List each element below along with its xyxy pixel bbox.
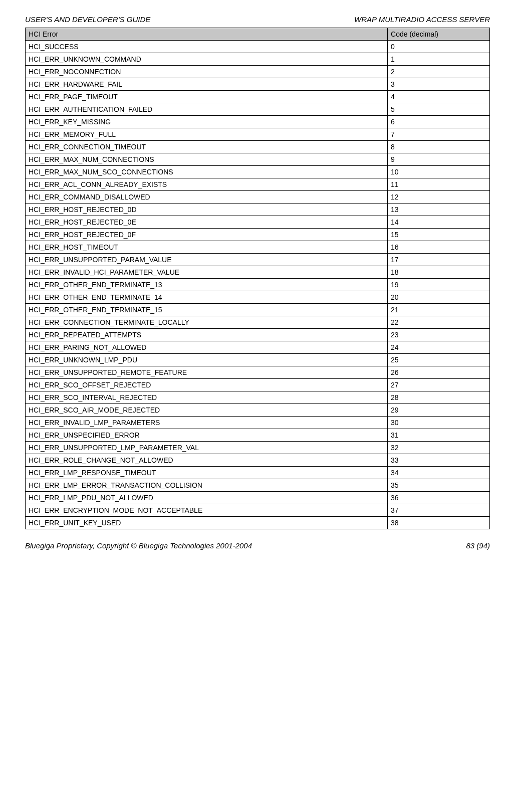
cell-code: 11: [388, 178, 490, 191]
cell-code: 30: [388, 417, 490, 429]
table-row: HCI_ERR_HARDWARE_FAIL3: [26, 78, 490, 91]
cell-error: HCI_ERR_MEMORY_FULL: [26, 128, 388, 141]
col-header-code: Code (decimal): [388, 28, 490, 41]
cell-code: 12: [388, 191, 490, 204]
cell-error: HCI_ERR_HOST_REJECTED_0F: [26, 229, 388, 241]
cell-error: HCI_ERR_UNSUPPORTED_LMP_PARAMETER_VAL: [26, 442, 388, 454]
cell-error: HCI_ERR_NOCONNECTION: [26, 66, 388, 78]
table-row: HCI_ERR_HOST_TIMEOUT16: [26, 241, 490, 254]
cell-error: HCI_ERR_AUTHENTICATION_FAILED: [26, 103, 388, 116]
cell-code: 13: [388, 204, 490, 216]
cell-error: HCI_ERR_LMP_PDU_NOT_ALLOWED: [26, 492, 388, 504]
table-row: HCI_ERR_SCO_AIR_MODE_REJECTED29: [26, 404, 490, 417]
cell-code: 34: [388, 467, 490, 479]
table-row: HCI_ERR_UNIT_KEY_USED38: [26, 517, 490, 529]
cell-code: 1: [388, 53, 490, 66]
cell-error: HCI_ERR_HARDWARE_FAIL: [26, 78, 388, 91]
cell-code: 21: [388, 304, 490, 316]
cell-error: HCI_ERR_INVALID_HCI_PARAMETER_VALUE: [26, 266, 388, 279]
cell-code: 15: [388, 229, 490, 241]
footer-right: 83 (94): [466, 541, 490, 550]
table-row: HCI_ERR_HOST_REJECTED_0D13: [26, 204, 490, 216]
cell-code: 33: [388, 454, 490, 467]
cell-error: HCI_ERR_UNKNOWN_COMMAND: [26, 53, 388, 66]
table-header-row: HCI Error Code (decimal): [26, 28, 490, 41]
cell-error: HCI_ERR_LMP_ERROR_TRANSACTION_COLLISION: [26, 479, 388, 492]
table-row: HCI_ERR_SCO_INTERVAL_REJECTED28: [26, 391, 490, 404]
cell-error: HCI_ERR_LMP_RESPONSE_TIMEOUT: [26, 467, 388, 479]
table-row: HCI_ERR_HOST_REJECTED_0F15: [26, 229, 490, 241]
cell-code: 38: [388, 517, 490, 529]
page-header: USER'S AND DEVELOPER'S GUIDE WRAP MULTIR…: [25, 15, 490, 24]
table-row: HCI_ERR_MEMORY_FULL7: [26, 128, 490, 141]
cell-code: 14: [388, 216, 490, 229]
cell-code: 9: [388, 153, 490, 166]
cell-code: 35: [388, 479, 490, 492]
cell-error: HCI_ERR_REPEATED_ATTEMPTS: [26, 329, 388, 341]
cell-error: HCI_ERR_PARING_NOT_ALLOWED: [26, 341, 388, 354]
cell-code: 18: [388, 266, 490, 279]
cell-code: 31: [388, 429, 490, 442]
cell-code: 20: [388, 291, 490, 304]
table-row: HCI_ERR_KEY_MISSING6: [26, 116, 490, 128]
cell-error: HCI_ERR_ENCRYPTION_MODE_NOT_ACCEPTABLE: [26, 504, 388, 517]
table-row: HCI_ERR_AUTHENTICATION_FAILED5: [26, 103, 490, 116]
cell-error: HCI_SUCCESS: [26, 41, 388, 53]
cell-error: HCI_ERR_OTHER_END_TERMINATE_14: [26, 291, 388, 304]
table-row: HCI_ERR_CONNECTION_TERMINATE_LOCALLY22: [26, 316, 490, 329]
cell-code: 0: [388, 41, 490, 53]
cell-code: 36: [388, 492, 490, 504]
cell-error: HCI_ERR_UNSUPPORTED_PARAM_VALUE: [26, 254, 388, 266]
cell-error: HCI_ERR_OTHER_END_TERMINATE_15: [26, 304, 388, 316]
cell-code: 10: [388, 166, 490, 178]
cell-error: HCI_ERR_INVALID_LMP_PARAMETERS: [26, 417, 388, 429]
cell-code: 2: [388, 66, 490, 78]
table-row: HCI_ERR_ACL_CONN_ALREADY_EXISTS11: [26, 178, 490, 191]
table-row: HCI_ERR_ENCRYPTION_MODE_NOT_ACCEPTABLE37: [26, 504, 490, 517]
cell-code: 25: [388, 354, 490, 366]
cell-error: HCI_ERR_HOST_REJECTED_0D: [26, 204, 388, 216]
table-row: HCI_ERR_NOCONNECTION2: [26, 66, 490, 78]
cell-error: HCI_ERR_UNKNOWN_LMP_PDU: [26, 354, 388, 366]
cell-error: HCI_ERR_HOST_REJECTED_0E: [26, 216, 388, 229]
hci-error-table: HCI Error Code (decimal) HCI_SUCCESS0HCI…: [25, 28, 490, 529]
table-row: HCI_ERR_INVALID_LMP_PARAMETERS30: [26, 417, 490, 429]
cell-error: HCI_ERR_OTHER_END_TERMINATE_13: [26, 279, 388, 291]
cell-code: 4: [388, 91, 490, 103]
cell-code: 32: [388, 442, 490, 454]
cell-error: HCI_ERR_UNSUPPORTED_REMOTE_FEATURE: [26, 366, 388, 379]
cell-error: HCI_ERR_COMMAND_DISALLOWED: [26, 191, 388, 204]
col-header-error: HCI Error: [26, 28, 388, 41]
cell-error: HCI_ERR_PAGE_TIMEOUT: [26, 91, 388, 103]
cell-error: HCI_ERR_MAX_NUM_SCO_CONNECTIONS: [26, 166, 388, 178]
table-row: HCI_ERR_UNSPECIFIED_ERROR31: [26, 429, 490, 442]
cell-code: 16: [388, 241, 490, 254]
cell-code: 8: [388, 141, 490, 153]
cell-error: HCI_ERR_KEY_MISSING: [26, 116, 388, 128]
table-row: HCI_SUCCESS0: [26, 41, 490, 53]
cell-code: 23: [388, 329, 490, 341]
table-row: HCI_ERR_CONNECTION_TIMEOUT8: [26, 141, 490, 153]
cell-error: HCI_ERR_SCO_AIR_MODE_REJECTED: [26, 404, 388, 417]
table-row: HCI_ERR_REPEATED_ATTEMPTS23: [26, 329, 490, 341]
cell-code: 27: [388, 379, 490, 391]
table-row: HCI_ERR_UNSUPPORTED_LMP_PARAMETER_VAL32: [26, 442, 490, 454]
table-row: HCI_ERR_INVALID_HCI_PARAMETER_VALUE18: [26, 266, 490, 279]
table-row: HCI_ERR_SCO_OFFSET_REJECTED27: [26, 379, 490, 391]
cell-error: HCI_ERR_CONNECTION_TIMEOUT: [26, 141, 388, 153]
cell-error: HCI_ERR_ROLE_CHANGE_NOT_ALLOWED: [26, 454, 388, 467]
cell-error: HCI_ERR_SCO_OFFSET_REJECTED: [26, 379, 388, 391]
table-row: HCI_ERR_OTHER_END_TERMINATE_1319: [26, 279, 490, 291]
table-row: HCI_ERR_MAX_NUM_CONNECTIONS9: [26, 153, 490, 166]
cell-code: 17: [388, 254, 490, 266]
cell-error: HCI_ERR_CONNECTION_TERMINATE_LOCALLY: [26, 316, 388, 329]
table-row: HCI_ERR_UNSUPPORTED_REMOTE_FEATURE26: [26, 366, 490, 379]
table-row: HCI_ERR_LMP_ERROR_TRANSACTION_COLLISION3…: [26, 479, 490, 492]
cell-error: HCI_ERR_MAX_NUM_CONNECTIONS: [26, 153, 388, 166]
table-row: HCI_ERR_PAGE_TIMEOUT4: [26, 91, 490, 103]
cell-code: 5: [388, 103, 490, 116]
cell-code: 24: [388, 341, 490, 354]
cell-code: 37: [388, 504, 490, 517]
footer-left: Bluegiga Proprietary, Copyright © Bluegi…: [25, 541, 252, 550]
table-row: HCI_ERR_ROLE_CHANGE_NOT_ALLOWED33: [26, 454, 490, 467]
